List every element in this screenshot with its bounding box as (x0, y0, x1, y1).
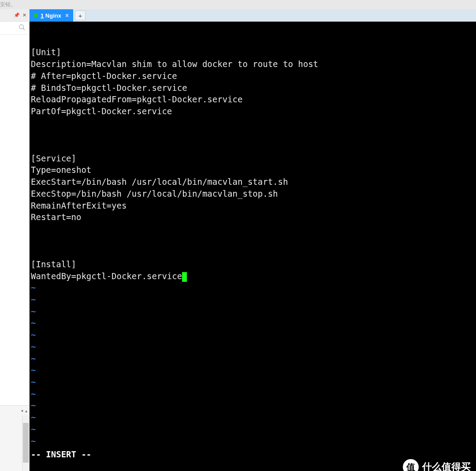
terminal-line: # BindsTo=pkgctl-Docker.service (31, 82, 475, 94)
scrollbar-track[interactable] (22, 415, 29, 471)
tilde-line: ~ (31, 400, 475, 411)
collapse-icon[interactable]: ▾ (21, 408, 23, 413)
terminal-line: [Service] (31, 153, 475, 164)
watermark-text: 什么值得买 (422, 461, 471, 471)
sidebar: 📌 ✕ ▾ ▴ (0, 9, 30, 471)
sidebar-bottom-panel: ▾ ▴ (0, 405, 29, 471)
new-tab-button[interactable]: + (75, 11, 86, 20)
tab-label: 1 Nginx (41, 12, 61, 19)
tilde-line: ~ (31, 282, 475, 294)
terminal-line: RemainAfterExit=yes (31, 200, 475, 212)
status-dot-icon (34, 14, 37, 17)
terminal-line: ExecStart=/bin/bash /usr/local/bin/macvl… (31, 176, 475, 188)
expand-icon[interactable]: ▴ (25, 408, 27, 413)
tab-close-icon[interactable]: × (64, 12, 70, 19)
sidebar-bottom-header: ▾ ▴ (0, 406, 29, 415)
watermark-badge: 值 (403, 459, 419, 471)
svg-line-1 (23, 28, 25, 30)
scrollbar-thumb[interactable] (23, 423, 29, 463)
terminal-line: Type=oneshot (31, 164, 475, 176)
tilde-line: ~ (31, 353, 475, 365)
terminal-line: ReloadPropagatedFrom=pkgctl-Docker.servi… (31, 93, 475, 105)
terminal-line (31, 247, 475, 258)
tilde-line: ~ (31, 294, 475, 306)
tilde-line: ~ (31, 411, 475, 423)
terminal-line: WantedBy=pkgctl-Docker.service (31, 270, 475, 282)
terminal-line: [Unit] (31, 46, 475, 58)
search-icon[interactable] (19, 24, 26, 33)
hint-text: 安钮。 (0, 0, 476, 9)
tilde-line: ~ (31, 388, 475, 400)
tilde-line: ~ (31, 329, 475, 341)
terminal-line: Restart=no (31, 211, 475, 223)
terminal[interactable]: [Unit]Description=Macvlan shim to allow … (30, 22, 476, 471)
sidebar-close-icon[interactable]: ✕ (22, 12, 26, 18)
terminal-line: Description=Macvlan shim to allow docker… (31, 58, 475, 70)
terminal-line: ExecStop=/bin/bash /usr/local/bin/macvla… (31, 188, 475, 200)
terminal-line: # After=pkgctl-Docker.service (31, 70, 475, 82)
sidebar-scroll (0, 415, 29, 471)
terminal-line: PartOf=pkgctl-Docker.service (31, 105, 475, 117)
terminal-line (31, 129, 475, 141)
terminal-line (31, 117, 475, 129)
cursor (182, 272, 187, 282)
search-row[interactable] (0, 22, 29, 35)
sidebar-body (0, 35, 29, 405)
main-area: 1 Nginx × + [Unit]Description=Macvlan sh… (30, 9, 476, 471)
terminal-line: [Install] (31, 258, 475, 270)
terminal-line (31, 223, 475, 235)
tilde-line: ~ (31, 306, 475, 318)
tab-nginx[interactable]: 1 Nginx × (30, 9, 73, 22)
tilde-line: ~ (31, 423, 475, 435)
pin-icon[interactable]: 📌 (14, 12, 20, 18)
vim-status-line: -- INSERT -- (31, 449, 475, 460)
tilde-line: ~ (31, 435, 475, 447)
terminal-line (31, 141, 475, 153)
tilde-line: ~ (31, 376, 475, 388)
svg-point-0 (19, 25, 23, 29)
app-layout: 📌 ✕ ▾ ▴ 1 N (0, 9, 476, 471)
sidebar-controls: 📌 ✕ (0, 9, 29, 22)
tilde-line: ~ (31, 341, 475, 353)
terminal-line (31, 235, 475, 247)
tab-bar: 1 Nginx × + (30, 9, 476, 22)
watermark: 值 什么值得买 (403, 459, 471, 471)
tilde-line: ~ (31, 317, 475, 329)
tilde-line: ~ (31, 364, 475, 376)
